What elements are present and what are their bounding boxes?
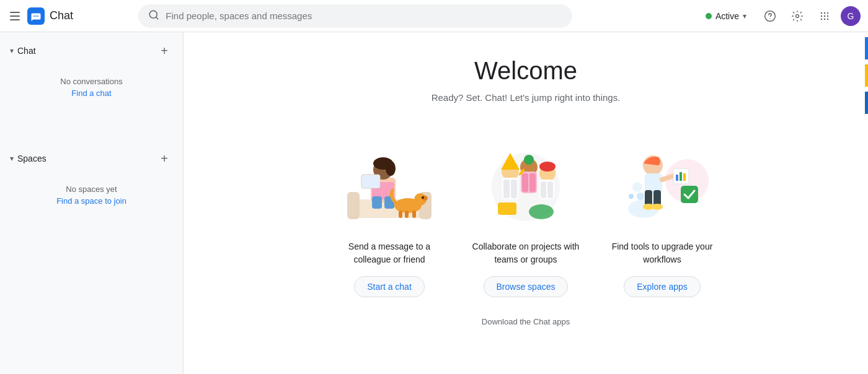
spaces-section-header[interactable]: ▾ Spaces + (0, 145, 183, 172)
search-icon (148, 9, 159, 23)
main-layout: ▾ Chat + No conversations Find a chat ▾ … (0, 32, 868, 374)
spaces-empty-state: No spaces yet Find a space to join (0, 172, 183, 218)
svg-point-10 (821, 15, 823, 17)
svg-point-2 (35, 15, 37, 17)
download-text: Download the Chat apps (482, 317, 570, 326)
settings-button[interactable] (786, 5, 808, 27)
svg-point-37 (529, 204, 554, 219)
svg-point-31 (422, 196, 424, 199)
svg-point-60 (652, 204, 663, 210)
svg-rect-47 (529, 173, 536, 192)
spaces-section: ▾ Spaces + No spaces yet Find a space to… (0, 140, 183, 223)
svg-point-12 (827, 15, 829, 17)
search-bar[interactable] (138, 4, 572, 28)
svg-rect-63 (676, 175, 678, 181)
welcome-subtitle: Ready? Set. Chat! Let's jump right into … (432, 92, 621, 103)
browse-spaces-text: Collaborate on projects with teams or gr… (467, 240, 584, 266)
chat-chevron-icon: ▾ (10, 46, 14, 55)
browse-spaces-button[interactable]: Browse spaces (484, 276, 569, 297)
browse-spaces-illustration (470, 137, 582, 230)
svg-rect-64 (680, 172, 682, 181)
svg-point-44 (524, 155, 534, 165)
browse-spaces-card: Collaborate on projects with teams or gr… (458, 128, 594, 307)
help-button[interactable] (759, 5, 781, 27)
chat-logo (27, 7, 45, 25)
svg-rect-34 (412, 211, 416, 218)
explore-apps-card: Find tools to upgrade your workflows Exp… (594, 128, 730, 307)
app-title: Chat (50, 9, 73, 22)
indicator-bar-2[interactable] (865, 64, 868, 87)
start-chat-card: Send a message to a colleague or friend … (321, 128, 458, 307)
topbar-right: Active ▾ (698, 5, 861, 27)
svg-rect-42 (511, 180, 517, 198)
svg-rect-36 (498, 202, 516, 215)
svg-point-15 (827, 18, 829, 20)
svg-point-9 (827, 12, 829, 14)
content-area: Welcome Ready? Set. Chat! Let's jump rig… (184, 32, 868, 374)
svg-point-8 (824, 12, 826, 14)
start-chat-illustration (334, 137, 445, 230)
svg-point-6 (796, 14, 799, 17)
spaces-section-label: Spaces (17, 154, 46, 163)
svg-rect-41 (503, 180, 510, 198)
status-button[interactable]: Active ▾ (698, 7, 754, 25)
svg-rect-57 (645, 190, 652, 206)
explore-apps-illustration (606, 137, 718, 230)
svg-point-14 (824, 18, 826, 20)
status-dot (706, 13, 712, 19)
welcome-section: Welcome Ready? Set. Chat! Let's jump rig… (247, 32, 805, 339)
svg-rect-27 (363, 176, 379, 187)
svg-point-3 (37, 15, 38, 17)
svg-point-1 (33, 15, 35, 17)
status-label: Active (715, 11, 739, 21)
svg-point-49 (539, 162, 556, 172)
svg-rect-65 (683, 173, 686, 181)
topbar: Chat Active ▾ (0, 0, 868, 32)
menu-icon[interactable] (7, 9, 22, 24)
svg-point-7 (821, 12, 823, 14)
svg-rect-58 (653, 190, 661, 206)
svg-rect-66 (681, 186, 698, 203)
add-chat-button[interactable]: + (156, 42, 173, 59)
svg-point-13 (821, 18, 823, 20)
search-input[interactable] (166, 11, 562, 21)
start-chat-button[interactable]: Start a chat (354, 276, 425, 297)
no-spaces-text: No spaces yet (10, 185, 173, 194)
svg-rect-52 (547, 181, 553, 198)
topbar-left: Chat (7, 7, 73, 25)
svg-rect-17 (347, 192, 360, 219)
chat-section-header[interactable]: ▾ Chat + (0, 37, 183, 64)
chevron-down-icon: ▾ (743, 12, 746, 20)
explore-apps-text: Find tools to upgrade your workflows (604, 240, 720, 266)
chat-empty-state: No conversations Find a chat (0, 64, 183, 110)
svg-rect-24 (372, 196, 382, 209)
indicator-bar-3[interactable] (865, 92, 868, 114)
svg-rect-51 (541, 181, 546, 198)
svg-point-22 (386, 161, 396, 176)
svg-point-67 (632, 182, 642, 192)
download-section: Download the Chat apps (482, 317, 570, 326)
cards-row: Send a message to a colleague or friend … (259, 128, 792, 307)
add-space-button[interactable]: + (156, 150, 173, 167)
explore-apps-button[interactable]: Explore apps (624, 276, 701, 297)
chat-section-label: Chat (17, 46, 36, 56)
find-chat-link[interactable]: Find a chat (10, 89, 173, 98)
no-conversations-text: No conversations (10, 77, 173, 86)
svg-rect-33 (405, 211, 409, 218)
svg-point-11 (824, 15, 826, 17)
indicator-bar-1[interactable] (865, 37, 868, 59)
sidebar: ▾ Chat + No conversations Find a chat ▾ … (0, 32, 184, 374)
spaces-chevron-icon: ▾ (10, 154, 14, 163)
chat-section: ▾ Chat + No conversations Find a chat (0, 32, 183, 115)
svg-point-69 (629, 194, 634, 199)
svg-rect-32 (399, 211, 402, 218)
welcome-title: Welcome (474, 57, 577, 85)
svg-rect-46 (522, 173, 528, 192)
svg-point-68 (637, 193, 644, 200)
svg-point-5 (769, 18, 770, 19)
start-chat-text: Send a message to a colleague or friend (331, 240, 448, 266)
find-space-link[interactable]: Find a space to join (10, 196, 173, 206)
avatar[interactable]: G (841, 6, 861, 26)
right-indicators (865, 37, 868, 114)
google-apps-button[interactable] (813, 5, 836, 27)
